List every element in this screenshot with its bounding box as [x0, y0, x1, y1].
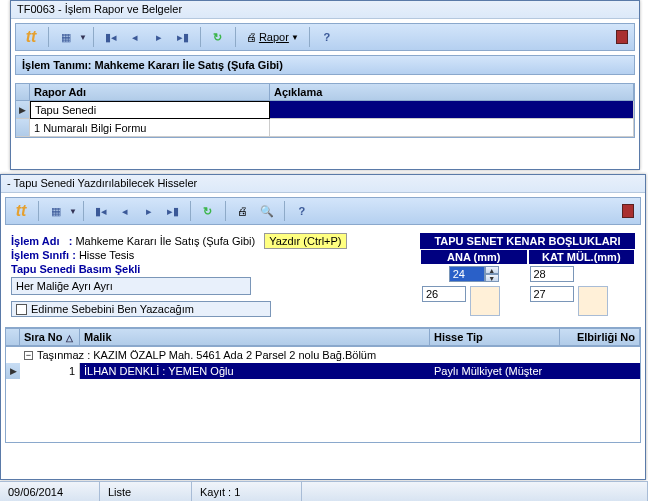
- islem-adi-label: İşlem Adı: [11, 235, 60, 247]
- cell-rapor-adi[interactable]: 1 Numaralı Bilgi Formu: [30, 119, 270, 137]
- islem-sinifi-label: İşlem Sınıfı: [11, 249, 69, 261]
- shares-toolbar: tt ▦ ▼ ▮◂ ◂ ▸ ▸▮ ↻ 🖨 🔍 ?: [5, 197, 641, 225]
- nav-last-icon[interactable]: ▸▮: [172, 26, 194, 48]
- refresh-icon[interactable]: ↻: [197, 200, 219, 222]
- print-icon[interactable]: 🖨: [232, 200, 254, 222]
- shares-grid-body: − Taşınmaz : KAZIM ÖZALP Mah. 5461 Ada 2…: [5, 347, 641, 443]
- toolbar-separator: [38, 201, 39, 221]
- grid-view-icon[interactable]: ▦: [55, 26, 77, 48]
- margins-panel: TAPU SENET KENAR BOŞLUKLARI ANA (mm) KAT…: [420, 233, 635, 318]
- nav-prev-icon[interactable]: ◂: [124, 26, 146, 48]
- row-indicator: [16, 119, 30, 137]
- cell-aciklama[interactable]: [270, 119, 634, 137]
- toolbar-separator: [190, 201, 191, 221]
- column-malik[interactable]: Malik: [80, 329, 430, 346]
- shares-window-title: - Tapu Senedi Yazdırılabilecek Hisseler: [1, 175, 645, 193]
- dropdown-icon[interactable]: ▼: [79, 33, 87, 42]
- close-panel-icon[interactable]: [616, 30, 628, 44]
- nav-next-icon[interactable]: ▸: [148, 26, 170, 48]
- help-icon[interactable]: ?: [316, 26, 338, 48]
- basim-sekli-label: Tapu Senedi Basım Şekli: [11, 263, 140, 275]
- status-empty: [302, 482, 648, 501]
- cell-hisse-tip[interactable]: Paylı Mülkiyet (Müşter: [430, 363, 560, 379]
- nav-prev-icon[interactable]: ◂: [114, 200, 136, 222]
- reports-window-title: TF0063 - İşlem Rapor ve Belgeler: [11, 1, 639, 19]
- group-row[interactable]: − Taşınmaz : KAZIM ÖZALP Mah. 5461 Ada 2…: [6, 347, 640, 363]
- column-hisse-tip[interactable]: Hisse Tip: [430, 329, 560, 346]
- nav-next-icon[interactable]: ▸: [138, 200, 160, 222]
- status-date: 09/06/2014: [0, 482, 100, 501]
- margins-kat-header: KAT MÜL.(mm): [529, 250, 635, 264]
- margin-preview-box: [470, 286, 500, 316]
- islem-sinifi-value: Hisse Tesis: [79, 249, 134, 261]
- sort-asc-icon: △: [66, 333, 73, 343]
- toolbar-separator: [93, 27, 94, 47]
- app-logo-icon[interactable]: tt: [20, 26, 42, 48]
- islem-adi-value: Mahkeme Kararı İle Satış (Şufa Gibi): [75, 235, 255, 247]
- reports-grid-header: Rapor Adı Açıklama: [16, 84, 634, 101]
- reports-grid: Rapor Adı Açıklama ▶ Tapu Senedi 1 Numar…: [15, 83, 635, 138]
- basim-sekli-value: Her Maliğe Ayrı Ayrı: [16, 280, 113, 292]
- refresh-icon[interactable]: ↻: [207, 26, 229, 48]
- close-panel-icon[interactable]: [622, 204, 634, 218]
- edinme-checkbox[interactable]: Edinme Sebebini Ben Yazacağım: [11, 301, 271, 317]
- transaction-description: İşlem Tanımı: Mahkeme Kararı İle Satış (…: [15, 55, 635, 75]
- margin-kat-top-input[interactable]: 28: [530, 266, 574, 282]
- margin-ana-top-stepper[interactable]: 24 ▲ ▼: [449, 266, 499, 282]
- toolbar-separator: [309, 27, 310, 47]
- dropdown-icon: ▼: [291, 33, 299, 42]
- reports-toolbar: tt ▦ ▼ ▮◂ ◂ ▸ ▸▮ ↻ 🖨 Rapor ▼ ?: [15, 23, 635, 51]
- app-logo-icon[interactable]: tt: [10, 200, 32, 222]
- margin-ana-bottom-input[interactable]: 26: [422, 286, 466, 302]
- column-sira-no[interactable]: Sıra No△: [20, 329, 80, 346]
- margins-title: TAPU SENET KENAR BOŞLUKLARI: [420, 233, 635, 249]
- status-mode: Liste: [100, 482, 192, 501]
- print-report-label: Rapor: [259, 31, 289, 43]
- edinme-label: Edinme Sebebini Ben Yazacağım: [31, 303, 194, 315]
- printer-icon: 🖨: [246, 31, 257, 43]
- grid-view-icon[interactable]: ▦: [45, 200, 67, 222]
- nav-first-icon[interactable]: ▮◂: [100, 26, 122, 48]
- column-aciklama[interactable]: Açıklama: [270, 84, 634, 101]
- print-preview-icon[interactable]: 🔍: [256, 200, 278, 222]
- grid-corner: [6, 329, 20, 346]
- shares-grid: Sıra No△ Malik Hisse Tip Elbirliği No: [5, 327, 641, 347]
- toolbar-separator: [48, 27, 49, 47]
- toolbar-separator: [225, 201, 226, 221]
- nav-last-icon[interactable]: ▸▮: [162, 200, 184, 222]
- cell-aciklama[interactable]: [270, 101, 634, 119]
- help-icon[interactable]: ?: [291, 200, 313, 222]
- toolbar-separator: [200, 27, 201, 47]
- shares-window: - Tapu Senedi Yazdırılabilecek Hisseler …: [0, 174, 646, 480]
- current-row-indicator-icon: ▶: [6, 363, 20, 379]
- dropdown-icon[interactable]: ▼: [69, 207, 77, 216]
- toolbar-separator: [284, 201, 285, 221]
- cell-rapor-adi[interactable]: Tapu Senedi: [30, 101, 270, 119]
- checkbox-icon: [16, 304, 27, 315]
- margins-ana-header: ANA (mm): [421, 250, 527, 264]
- form-area: İşlem Adı : Mahkeme Kararı İle Satış (Şu…: [1, 229, 645, 323]
- table-row[interactable]: ▶ Tapu Senedi: [16, 101, 634, 119]
- margin-kat-bottom-input[interactable]: 27: [530, 286, 574, 302]
- cell-elbirligi-no[interactable]: [560, 363, 640, 379]
- cell-sira-no[interactable]: 1: [20, 363, 80, 379]
- margin-ana-top-value[interactable]: 24: [449, 266, 485, 282]
- toolbar-separator: [235, 27, 236, 47]
- column-rapor-adi[interactable]: Rapor Adı: [30, 84, 270, 101]
- reports-window: TF0063 - İşlem Rapor ve Belgeler tt ▦ ▼ …: [10, 0, 640, 170]
- basim-sekli-select[interactable]: Her Maliğe Ayrı Ayrı: [11, 277, 251, 295]
- group-label: Taşınmaz : KAZIM ÖZALP Mah. 5461 Ada 2 P…: [37, 349, 376, 361]
- print-report-button[interactable]: 🖨 Rapor ▼: [242, 31, 303, 43]
- table-row[interactable]: 1 Numaralı Bilgi Formu: [16, 119, 634, 137]
- spin-up-icon[interactable]: ▲: [485, 266, 499, 274]
- grid-corner: [16, 84, 30, 101]
- nav-first-icon[interactable]: ▮◂: [90, 200, 112, 222]
- cell-malik[interactable]: İLHAN DENKLİ : YEMEN Oğlu: [80, 363, 430, 379]
- table-row[interactable]: ▶ 1 İLHAN DENKLİ : YEMEN Oğlu Paylı Mülk…: [6, 363, 640, 379]
- spin-down-icon[interactable]: ▼: [485, 274, 499, 282]
- status-record-count: Kayıt : 1: [192, 482, 302, 501]
- current-row-indicator-icon: ▶: [16, 101, 30, 119]
- print-button[interactable]: Yazdır (Ctrl+P): [264, 233, 346, 249]
- column-elbirligi-no[interactable]: Elbirliği No: [560, 329, 640, 346]
- collapse-icon[interactable]: −: [24, 351, 33, 360]
